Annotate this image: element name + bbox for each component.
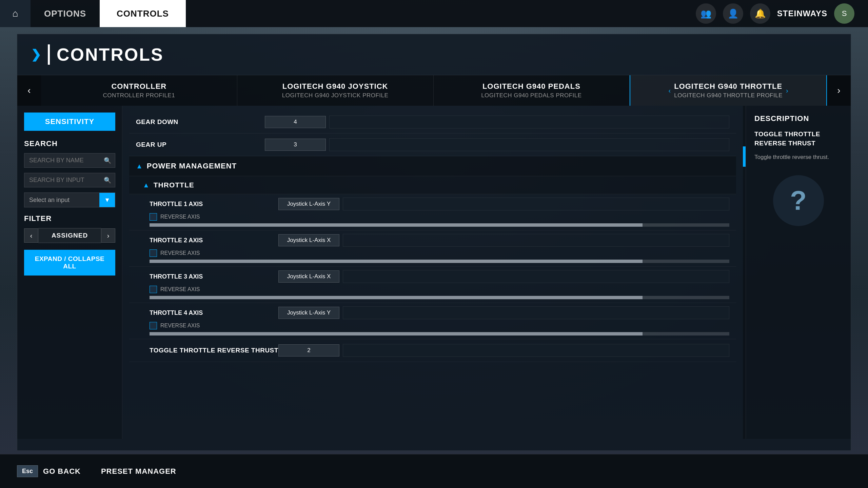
throttle3-label: THROTTLE 3 AXIS	[150, 273, 278, 280]
sensitivity-button[interactable]: SENSITIVITY	[24, 113, 115, 131]
scroll-thumb[interactable]	[743, 146, 746, 167]
sensitivity-label: SENSITIVITY	[45, 117, 94, 126]
tab-controller[interactable]: CONTROLLER CONTROLLER PROFILE1	[41, 75, 237, 106]
controls-nav[interactable]: CONTROLS	[100, 0, 186, 27]
tab-throttle-prev[interactable]: ‹	[669, 87, 671, 95]
toggle-throttle-binding: 2	[278, 344, 729, 357]
control-row-toggle-throttle[interactable]: TOGGLE THROTTLE REVERSE THRUST 2	[129, 339, 736, 362]
gear-up-key[interactable]: 3	[265, 139, 326, 151]
filter-next-button[interactable]: ›	[101, 228, 115, 243]
throttle4-label: THROTTLE 4 AXIS	[150, 309, 278, 317]
tab-joystick-profile: LOGITECH G940 JOYSTICK PROFILE	[282, 92, 389, 99]
throttle4-reverse-checkbox[interactable]	[150, 322, 157, 329]
throttle2-axis-top: THROTTLE 2 AXIS Joystick L-Axis X	[150, 234, 729, 247]
tab-throttle-next[interactable]: ›	[786, 87, 788, 95]
search-by-name-wrap: 🔍	[24, 153, 115, 168]
search-by-input-icon: 🔍	[104, 177, 111, 184]
avatar[interactable]: S	[834, 3, 854, 24]
group-icon[interactable]: 👥	[696, 3, 716, 24]
bottom-bar: Esc GO BACK PRESET MANAGER	[0, 454, 868, 488]
throttle1-binding: Joystick L-Axis Y	[278, 198, 729, 210]
description-title: DESCRIPTION	[754, 114, 842, 123]
expand-collapse-button[interactable]: EXPAND / COLLAPSE ALL	[24, 250, 115, 276]
page-title: CONTROLS	[57, 44, 164, 65]
tab-throttle-name: LOGITECH G940 THROTTLE	[674, 82, 783, 91]
throttle-subsection-header: ▲ THROTTLE	[129, 176, 736, 194]
tab-joystick[interactable]: LOGITECH G940 JOYSTICK LOGITECH G940 JOY…	[237, 75, 434, 106]
home-icon: ⌂	[13, 8, 18, 19]
throttle4-reverse-axis: REVERSE AXIS	[150, 322, 729, 329]
throttle-subsection-title: THROTTLE	[154, 181, 194, 189]
throttle2-axis-bar-fill	[150, 260, 643, 263]
description-text: Toggle throttle reverse thrust.	[754, 153, 842, 162]
search-by-name-input[interactable]	[24, 153, 115, 168]
panel-header-bar	[48, 44, 50, 65]
throttle3-key[interactable]: Joystick L-Axis X	[278, 270, 339, 283]
select-input-wrap[interactable]: Select an input ▼	[24, 192, 115, 207]
tab-pedals[interactable]: LOGITECH G940 PEDALS LOGITECH G940 PEDAL…	[434, 75, 630, 106]
gear-up-label: GEAR UP	[136, 141, 265, 148]
description-placeholder: ?	[754, 175, 842, 226]
tab-next-button[interactable]: ›	[827, 75, 851, 106]
toggle-throttle-empty	[343, 344, 729, 357]
question-mark-icon: ?	[773, 175, 824, 226]
throttle2-reverse-checkbox[interactable]	[150, 249, 157, 257]
throttle4-axis-bar	[150, 332, 729, 336]
throttle4-empty	[343, 306, 729, 319]
throttle4-axis-bar-fill	[150, 332, 643, 336]
options-nav[interactable]: OPTIONS	[31, 0, 100, 27]
controls-label: CONTROLS	[117, 8, 169, 19]
throttle1-empty	[343, 198, 729, 210]
throttle3-reverse-label: REVERSE AXIS	[160, 286, 200, 292]
throttle4-key[interactable]: Joystick L-Axis Y	[278, 307, 339, 319]
preset-manager-button[interactable]: PRESET MANAGER	[101, 467, 176, 476]
content-area: SENSITIVITY SEARCH 🔍 🔍 Select an input ▼…	[17, 106, 851, 439]
select-input[interactable]: Select an input	[24, 193, 99, 207]
toggle-throttle-key[interactable]: 2	[278, 344, 339, 357]
power-management-section-header: ▲ POWER MANAGEMENT	[129, 156, 736, 176]
tab-controller-profile: CONTROLLER PROFILE1	[103, 92, 175, 99]
throttle2-empty	[343, 234, 729, 247]
notification-icon[interactable]: 🔔	[750, 3, 770, 24]
home-button[interactable]: ⌂	[0, 0, 31, 27]
preset-manager-label: PRESET MANAGER	[101, 467, 176, 476]
filter-prev-button[interactable]: ‹	[24, 228, 38, 243]
search-by-input-input[interactable]	[24, 173, 115, 187]
throttle1-reverse-axis: REVERSE AXIS	[150, 213, 729, 221]
description-action: TOGGLE THROTTLE REVERSE THRUST	[754, 130, 842, 148]
throttle-collapse-button[interactable]: ▲	[143, 181, 150, 189]
tab-prev-button[interactable]: ‹	[17, 75, 41, 106]
tab-controller-name: CONTROLLER	[111, 82, 166, 91]
throttle2-reverse-label: REVERSE AXIS	[160, 250, 200, 256]
throttle1-axis-row: THROTTLE 1 AXIS Joystick L-Axis Y REVERS…	[129, 194, 736, 230]
throttle1-reverse-checkbox[interactable]	[150, 213, 157, 221]
throttle1-axis-bar-fill	[150, 223, 643, 227]
search-section-title: SEARCH	[24, 139, 115, 148]
throttle4-axis-top: THROTTLE 4 AXIS Joystick L-Axis Y	[150, 306, 729, 319]
throttle2-binding: Joystick L-Axis X	[278, 234, 729, 247]
control-row-gear-up[interactable]: GEAR UP 3	[129, 134, 736, 156]
throttle1-key[interactable]: Joystick L-Axis Y	[278, 198, 339, 210]
throttle4-reverse-label: REVERSE AXIS	[160, 323, 200, 329]
profile-icon[interactable]: 👤	[723, 3, 743, 24]
power-management-collapse-button[interactable]: ▲	[136, 162, 143, 170]
throttle1-label: THROTTLE 1 AXIS	[150, 201, 278, 208]
expand-collapse-label: EXPAND / COLLAPSE ALL	[35, 255, 105, 270]
controls-area: GEAR DOWN 4 GEAR UP 3 ▲ POWER	[122, 106, 746, 439]
filter-nav: ‹ ASSIGNED ›	[24, 228, 115, 243]
filter-section-title: FILTER	[24, 214, 115, 223]
control-row-gear-down[interactable]: GEAR DOWN 4	[129, 111, 736, 134]
throttle3-reverse-checkbox[interactable]	[150, 286, 157, 293]
gear-down-key[interactable]: 4	[265, 116, 326, 128]
tab-bar: ‹ CONTROLLER CONTROLLER PROFILE1 LOGITEC…	[17, 75, 851, 106]
esc-key-badge: Esc	[17, 465, 38, 477]
throttle2-key[interactable]: Joystick L-Axis X	[278, 234, 339, 246]
username: STEINWAYS	[777, 9, 827, 18]
sidebar: SENSITIVITY SEARCH 🔍 🔍 Select an input ▼…	[17, 106, 122, 439]
tab-joystick-name: LOGITECH G940 JOYSTICK	[282, 82, 388, 91]
tab-pedals-name: LOGITECH G940 PEDALS	[482, 82, 580, 91]
throttle4-axis-row: THROTTLE 4 AXIS Joystick L-Axis Y REVERS…	[129, 303, 736, 339]
go-back-button[interactable]: Esc GO BACK	[17, 465, 81, 477]
gear-down-binding: 4	[265, 116, 729, 128]
tab-throttle[interactable]: ‹ LOGITECH G940 THROTTLE LOGITECH G940 T…	[630, 75, 827, 106]
